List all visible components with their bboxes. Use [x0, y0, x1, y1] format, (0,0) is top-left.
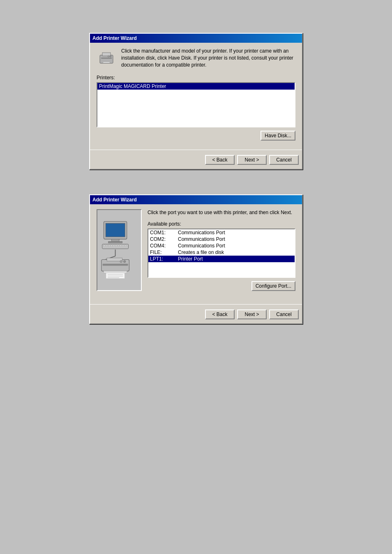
dialog2-divider	[90, 304, 302, 305]
svg-rect-14	[106, 245, 108, 247]
dialog2-title: Add Printer Wizard	[92, 197, 137, 203]
svg-rect-26	[107, 258, 122, 261]
svg-rect-15	[108, 245, 110, 247]
next-button-2[interactable]: Next >	[237, 309, 267, 319]
next-button[interactable]: Next >	[237, 155, 267, 165]
svg-rect-13	[104, 245, 106, 247]
port-com1[interactable]: COM1: Communications Port	[148, 229, 295, 236]
dialog2-buttons: < Back Next > Cancel	[90, 308, 302, 323]
available-ports-label: Available ports:	[148, 221, 295, 227]
port-desc-com4: Communications Port	[178, 243, 293, 249]
port-name-com1: COM1:	[150, 230, 175, 235]
port-com2[interactable]: COM2: Communications Port	[148, 236, 295, 242]
dialog1-buttons: < Back Next > Cancel	[90, 153, 302, 169]
printers-label: Printers:	[97, 75, 295, 81]
svg-point-5	[110, 55, 111, 57]
port-name-lpt1: LPT1:	[150, 256, 175, 262]
svg-rect-27	[103, 264, 128, 266]
svg-rect-21	[122, 245, 124, 247]
svg-rect-7	[103, 62, 110, 63]
dialog2: Add Printer Wizard	[89, 194, 303, 324]
svg-rect-10	[111, 239, 119, 242]
svg-point-28	[123, 260, 126, 263]
svg-rect-4	[101, 58, 112, 59]
svg-rect-11	[108, 241, 122, 243]
cancel-button-2[interactable]: Cancel	[269, 309, 299, 319]
svg-rect-16	[111, 245, 112, 247]
port-desc-com1: Communications Port	[178, 230, 293, 235]
computer-printer-image	[97, 209, 142, 291]
cancel-button[interactable]: Cancel	[269, 155, 299, 165]
printer-icon	[97, 48, 116, 67]
svg-rect-30	[104, 271, 127, 273]
svg-rect-17	[113, 245, 115, 247]
svg-rect-22	[125, 245, 126, 247]
svg-rect-19	[118, 245, 119, 247]
svg-rect-9	[106, 223, 125, 237]
svg-rect-20	[120, 245, 122, 247]
svg-point-29	[120, 260, 122, 263]
port-lpt1[interactable]: LPT1: Printer Port	[148, 256, 295, 262]
printer-list-item[interactable]: PrintMagic MAGICARD Printer	[97, 83, 295, 90]
port-com4[interactable]: COM4: Communications Port	[148, 242, 295, 249]
dialog1-divider	[90, 150, 302, 150]
have-disk-button[interactable]: Have Disk...	[261, 131, 295, 141]
dialog1-title: Add Printer Wizard	[92, 35, 137, 41]
back-button[interactable]: < Back	[205, 155, 235, 165]
dialog1-description: Click the manufacturer and model of your…	[121, 48, 295, 68]
port-name-file: FILE:	[150, 249, 175, 255]
dialog1-titlebar: Add Printer Wizard	[90, 34, 302, 43]
printers-listbox[interactable]: PrintMagic MAGICARD Printer	[97, 82, 295, 127]
configure-port-button[interactable]: Configure Port...	[251, 281, 295, 291]
port-desc-file: Creates a file on disk	[178, 249, 293, 255]
svg-rect-18	[115, 245, 117, 247]
svg-rect-3	[102, 53, 111, 56]
port-name-com2: COM2:	[150, 236, 175, 242]
ports-listbox[interactable]: COM1: Communications Port COM2: Communic…	[148, 229, 295, 278]
back-button-2[interactable]: < Back	[205, 309, 235, 319]
dialog1: Add Printer Wizard	[89, 33, 303, 170]
port-name-com4: COM4:	[150, 243, 175, 249]
dialog2-description: Click the port you want to use with this…	[148, 209, 295, 216]
svg-point-6	[108, 55, 109, 57]
port-desc-com2: Communications Port	[178, 236, 293, 242]
port-file[interactable]: FILE: Creates a file on disk	[148, 249, 295, 256]
dialog2-titlebar: Add Printer Wizard	[90, 195, 302, 204]
port-desc-lpt1: Printer Port	[178, 256, 293, 262]
